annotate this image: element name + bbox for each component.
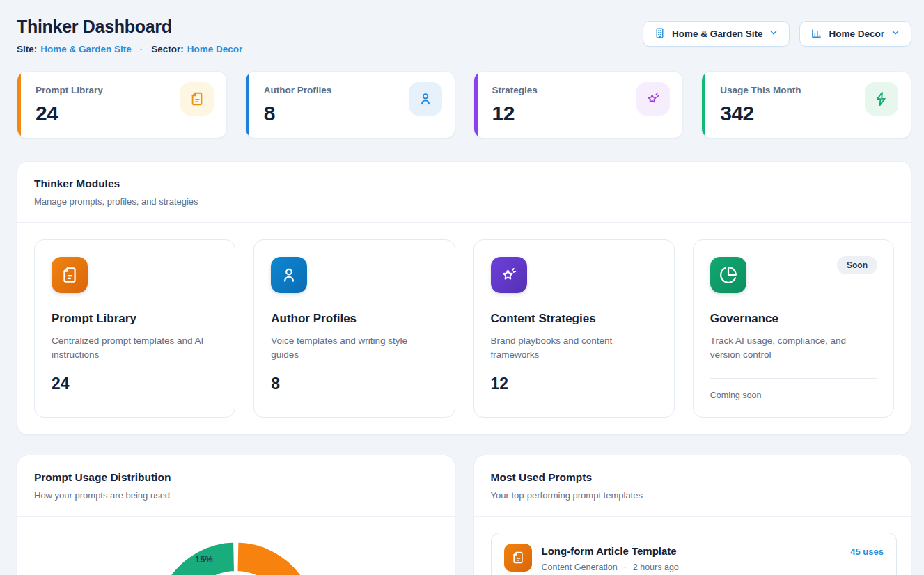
page-header: Thinker Dashboard Site: Home & Garden Si… bbox=[17, 17, 911, 54]
divider bbox=[710, 378, 877, 379]
stat-card-usage: Usage This Month 342 bbox=[701, 71, 911, 139]
stat-card-strategies: Strategies 12 bbox=[473, 71, 684, 139]
module-card-content-strategies[interactable]: Content Strategies Brand playbooks and c… bbox=[473, 239, 675, 418]
header-actions: Home & Garden Site Home Decor bbox=[643, 21, 911, 47]
accent-stripe bbox=[17, 72, 21, 138]
module-card-prompt-library[interactable]: Prompt Library Centralized prompt templa… bbox=[34, 239, 235, 418]
document-icon bbox=[504, 544, 532, 572]
stat-card-author-profiles: Author Profiles 8 bbox=[245, 71, 455, 139]
header-titles: Thinker Dashboard Site: Home & Garden Si… bbox=[17, 17, 242, 54]
prompt-time: 2 hours ago bbox=[633, 562, 679, 572]
module-card-governance: Soon Governance Track AI usage, complian… bbox=[693, 239, 894, 418]
module-description: Track AI usage, compliance, and version … bbox=[710, 334, 877, 363]
donut-segment-label: 15% bbox=[195, 554, 213, 565]
building-icon bbox=[654, 27, 666, 41]
user-icon bbox=[271, 257, 307, 293]
usage-card-header: Prompt Usage Distribution How your promp… bbox=[17, 455, 455, 517]
bottom-row: Prompt Usage Distribution How your promp… bbox=[17, 455, 911, 575]
prompt-list-item[interactable]: Long-form Article Template Content Gener… bbox=[491, 533, 898, 575]
coming-soon-text: Coming soon bbox=[710, 391, 877, 400]
dashboard-page: Thinker Dashboard Site: Home & Garden Si… bbox=[0, 0, 924, 575]
sector-dropdown[interactable]: Home Decor bbox=[799, 21, 911, 47]
module-description: Brand playbooks and content frameworks bbox=[491, 334, 657, 363]
soon-badge: Soon bbox=[837, 256, 877, 274]
accent-stripe bbox=[702, 72, 705, 138]
page-title: Thinker Dashboard bbox=[17, 17, 242, 37]
prompt-uses-badge: 45 uses bbox=[850, 544, 884, 572]
module-title: Prompt Library bbox=[52, 312, 218, 326]
site-dropdown-label: Home & Garden Site bbox=[672, 29, 763, 39]
modules-grid: Prompt Library Centralized prompt templa… bbox=[17, 223, 911, 434]
modules-panel-header: Thinker Modules Manage prompts, profiles… bbox=[17, 162, 911, 223]
star-icon bbox=[491, 257, 527, 293]
prompts-card-title: Most Used Prompts bbox=[491, 471, 895, 484]
module-title: Author Profiles bbox=[271, 312, 437, 326]
site-label: Site: bbox=[17, 44, 37, 54]
module-count: 8 bbox=[271, 375, 437, 393]
prompt-category: Content Generation bbox=[542, 562, 618, 572]
document-icon bbox=[180, 82, 214, 116]
accent-stripe bbox=[474, 72, 478, 138]
usage-card-subtitle: How your prompts are being used bbox=[34, 490, 438, 501]
pie-chart-icon bbox=[710, 257, 746, 293]
most-used-prompts-card: Most Used Prompts Your top-performing pr… bbox=[473, 455, 912, 575]
donut-segment-orange[interactable] bbox=[237, 542, 317, 575]
site-dropdown[interactable]: Home & Garden Site bbox=[643, 21, 790, 47]
document-icon bbox=[52, 257, 88, 293]
usage-card-title: Prompt Usage Distribution bbox=[34, 471, 438, 484]
module-card-author-profiles[interactable]: Author Profiles Voice templates and writ… bbox=[253, 239, 455, 418]
chevron-down-icon bbox=[769, 28, 778, 40]
module-description: Voice templates and writing style guides bbox=[271, 334, 437, 363]
prompt-title: Long-form Article Template bbox=[542, 545, 841, 557]
prompt-meta: Content Generation · 2 hours ago bbox=[542, 562, 841, 572]
prompts-card-subtitle: Your top-performing prompt templates bbox=[491, 490, 895, 501]
sector-label: Sector: bbox=[151, 44, 184, 54]
module-title: Content Strategies bbox=[491, 312, 657, 326]
module-description: Centralized prompt templates and AI inst… bbox=[52, 334, 218, 363]
star-icon bbox=[636, 82, 670, 116]
prompts-card-header: Most Used Prompts Your top-performing pr… bbox=[474, 455, 911, 517]
donut-chart: 15% bbox=[17, 517, 455, 575]
stat-card-prompt-library: Prompt Library 24 bbox=[17, 71, 227, 139]
prompt-usage-card: Prompt Usage Distribution How your promp… bbox=[17, 455, 455, 575]
site-sector-row: Site: Home & Garden Site · Sector: Home … bbox=[17, 44, 242, 54]
module-count: 24 bbox=[52, 375, 218, 393]
separator-dot: · bbox=[140, 44, 143, 54]
module-title: Governance bbox=[710, 312, 877, 326]
sector-dropdown-label: Home Decor bbox=[829, 29, 884, 39]
bar-chart-icon bbox=[811, 27, 822, 41]
prompt-info: Long-form Article Template Content Gener… bbox=[542, 544, 841, 572]
thinker-modules-panel: Thinker Modules Manage prompts, profiles… bbox=[17, 161, 911, 435]
donut-chart-svg: 15% bbox=[17, 517, 455, 575]
module-count: 12 bbox=[491, 375, 657, 393]
accent-stripe bbox=[246, 72, 249, 138]
separator-dot: · bbox=[624, 562, 627, 572]
site-link[interactable]: Home & Garden Site bbox=[40, 44, 132, 54]
modules-panel-title: Thinker Modules bbox=[34, 178, 894, 190]
stats-row: Prompt Library 24 Author Profiles 8 Stra… bbox=[17, 71, 911, 139]
user-icon bbox=[409, 82, 442, 116]
modules-panel-subtitle: Manage prompts, profiles, and strategies bbox=[34, 196, 894, 207]
sector-link[interactable]: Home Decor bbox=[187, 44, 243, 54]
chevron-down-icon bbox=[891, 28, 900, 40]
zap-icon bbox=[865, 82, 898, 116]
